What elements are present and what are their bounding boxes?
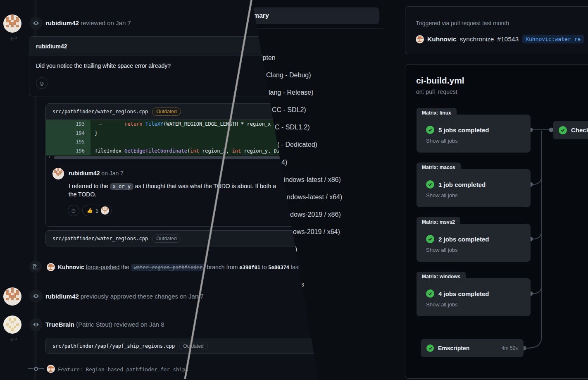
matrix-card-macos[interactable]: 1 job completed Show all jobs — [417, 169, 531, 207]
job-list-item[interactable]: indows-latest / x86) — [284, 176, 341, 184]
reply-arrow-icon: ↩ — [10, 34, 17, 43]
avatar[interactable] — [47, 365, 55, 373]
jobs-status: 2 jobs completed — [438, 236, 489, 243]
approved-event: rubidium42 previously approved these cha… — [45, 293, 204, 300]
avatar[interactable] — [3, 315, 21, 334]
git-commit-icon — [28, 366, 44, 372]
job-list-item[interactable]: ipten — [261, 54, 276, 62]
commit-sha-from[interactable]: e390f01 — [239, 265, 260, 270]
file-path[interactable]: src/pathfinder/water_regions.cpp — [52, 236, 148, 241]
job-list-item[interactable]: Clang - Debug) — [266, 72, 311, 79]
comment-body: Did you notice the trailing white space … — [36, 62, 171, 69]
job-list-item[interactable]: dows-2019 / x86) — [290, 211, 341, 218]
outdated-badge: Outdated — [152, 234, 181, 243]
review-event: rubidium42 reviewed on Jan 7 — [45, 19, 131, 26]
jobs-status: 1 job completed — [438, 181, 486, 188]
success-check-icon — [426, 235, 434, 243]
avatar[interactable] — [416, 35, 424, 43]
force-push-event: Kuhnovic force-pushed the water_region_p… — [58, 264, 300, 270]
smiley-icon: ☺ — [70, 207, 76, 214]
file-path[interactable]: src/pathfinder/yapf/yapf_ship_regions.cp… — [52, 343, 175, 349]
identicon-rubidium42 — [52, 168, 64, 179]
show-all-jobs-link[interactable]: Show all jobs — [426, 192, 458, 198]
job-list-item[interactable]: ( - Dedicated) — [277, 141, 317, 148]
job-list-item[interactable]: lang - Release) — [269, 89, 314, 96]
add-reaction-button[interactable]: ☺ — [68, 205, 79, 216]
file-path[interactable]: src/pathfinder/water_regions.cpp — [52, 109, 148, 115]
review-author-link[interactable]: TrueBrain — [45, 321, 74, 328]
commit-message-link[interactable]: Feature: Region-based pathfinder for shi… — [58, 366, 188, 373]
identicon-kuhnovic — [416, 35, 424, 43]
add-reaction-button[interactable]: ☺ — [36, 77, 48, 89]
show-all-jobs-link[interactable]: Show all jobs — [426, 138, 458, 144]
run-actor-row: Kuhnovic synchronize #10543 Kuhnovic:wat… — [416, 35, 584, 43]
thread-comment-header: rubidium42 on Jan 7 — [69, 170, 124, 177]
review-meta: reviewed on Jan 7 — [81, 19, 131, 26]
job-list-item[interactable]: 4) — [281, 159, 287, 166]
job-name: Emscripten — [438, 345, 469, 351]
trigger-text: Triggered via pull request last month — [416, 20, 509, 26]
matrix-card-msys2[interactable]: 2 jobs completed Show all jobs — [417, 224, 531, 262]
jobs-status: 5 jobs completed — [438, 127, 489, 134]
success-check-icon — [426, 180, 434, 189]
pr-checks-split-screenshot: ↩ rubidium42 reviewed on Jan 7 rubidium4… — [0, 0, 588, 380]
reaction-count: 1 — [95, 208, 98, 214]
success-check-icon — [559, 126, 567, 134]
job-list-item[interactable]: CC - SDL2) — [272, 106, 306, 114]
success-check-icon — [426, 126, 434, 134]
avatar[interactable] — [3, 14, 21, 33]
success-check-icon — [426, 344, 434, 352]
thread-comment-body: I referred to the x_or_y as I thought th… — [69, 182, 276, 191]
actor-link[interactable]: Kuhnovic — [58, 264, 84, 270]
comment-author-link[interactable]: rubidium42 — [69, 170, 100, 177]
show-all-jobs-link[interactable]: Show all jobs — [426, 301, 458, 308]
run-info-panel: Triggered via pull request last month Ku… — [405, 6, 588, 54]
commit-sha-to[interactable]: 5e80374 — [268, 265, 289, 270]
identicon-truebrain — [3, 315, 21, 334]
eye-review-badge — [29, 289, 43, 303]
repo-push-icon — [32, 263, 39, 270]
identicon-kuhnovic — [47, 263, 55, 271]
identicon-kuhnovic — [47, 365, 55, 373]
outdated-badge: Outdated — [152, 108, 181, 116]
job-name: Check An — [571, 127, 588, 134]
job-node-emscripten[interactable]: Emscripten 4m 52s — [421, 339, 524, 357]
job-list-item[interactable]: C - SDL1.2) — [275, 124, 309, 131]
show-all-jobs-link[interactable]: Show all jobs — [426, 247, 458, 253]
pr-number-link[interactable]: #10543 — [497, 36, 519, 43]
comment-anchor-arrow-icon: → — [99, 120, 102, 129]
avatar[interactable] — [52, 168, 64, 179]
thread-comment-body-line2: the TODO. — [69, 191, 96, 198]
force-push-badge — [29, 261, 42, 273]
job-node-check-annotations[interactable]: Check An — [553, 121, 588, 139]
comment-date[interactable]: on Jan 7 — [101, 170, 124, 177]
eye-icon — [33, 321, 39, 328]
scroll-left-icon[interactable]: ‹ — [49, 154, 50, 159]
run-event: synchronize — [460, 36, 494, 43]
matrix-card-linux[interactable]: 5 jobs completed Show all jobs — [417, 115, 531, 153]
reactor-avatar[interactable] — [101, 206, 109, 215]
smiley-icon: ☺ — [38, 80, 45, 87]
eye-review-badge — [29, 318, 43, 331]
review-meta: (Patric Stout) reviewed on Jan 8 — [76, 321, 164, 328]
review-author-link[interactable]: rubidium42 — [45, 19, 79, 26]
actor-link[interactable]: Kuhnovic — [427, 36, 457, 43]
success-check-icon — [426, 289, 434, 298]
sidebar-divider — [306, 297, 384, 297]
matrix-card-windows[interactable]: 4 jobs completed Show all jobs — [417, 278, 531, 316]
identicon-rubidium42 — [3, 14, 21, 33]
avatar[interactable] — [3, 287, 21, 306]
deleted-branch-label: water_region_pathfinder — [131, 264, 205, 271]
force-push-link[interactable]: force-pushed — [86, 264, 120, 270]
thumbs-up-reaction-pill[interactable]: 👍 1 — [82, 205, 112, 216]
branch-label[interactable]: Kuhnovic:water_re — [522, 35, 584, 43]
job-list-item[interactable]: ows-2019 / x64) — [293, 228, 340, 236]
job-duration: 4m 52s — [502, 345, 518, 351]
jobs-status: 4 jobs completed — [438, 290, 489, 297]
job-list-item[interactable]: ndows-latest / x64) — [287, 194, 342, 201]
workflow-graph-panel: ci-build.yml on: pull_request — [405, 64, 588, 379]
review-author-link[interactable]: rubidium42 — [45, 293, 79, 300]
identicon-rubidium42 — [3, 287, 21, 306]
avatar[interactable] — [47, 263, 55, 271]
inline-code: x_or_y — [110, 183, 133, 190]
